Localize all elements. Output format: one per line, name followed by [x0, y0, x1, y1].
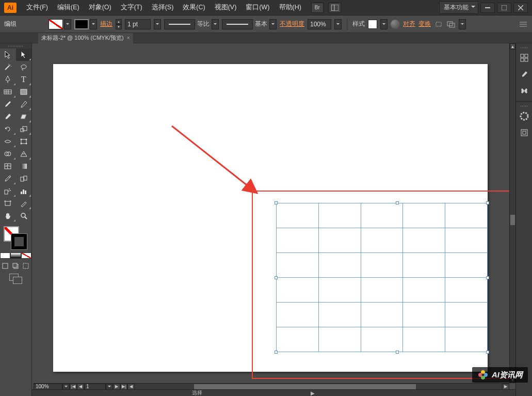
free-transform-tool[interactable] [16, 135, 32, 148]
stroke-panel-icon[interactable] [517, 125, 531, 140]
eraser-tool[interactable] [16, 110, 32, 123]
scale-tool[interactable] [16, 123, 32, 135]
brush-definition[interactable] [222, 19, 253, 29]
vertical-scroll-thumb[interactable] [510, 215, 515, 225]
vertical-scrollbar[interactable]: ▲ ▼ [509, 43, 515, 383]
isolate-icon[interactable] [434, 20, 443, 28]
horizontal-scroll-track[interactable] [135, 384, 502, 390]
draw-inside-icon[interactable] [21, 261, 31, 271]
menu-object[interactable]: 对象(O) [84, 1, 116, 14]
stroke-weight-input[interactable]: 1 pt [125, 19, 151, 29]
maximize-button[interactable] [497, 3, 511, 13]
blob-brush-tool[interactable] [0, 110, 16, 123]
zoom-tool[interactable] [16, 210, 32, 222]
scroll-up-button[interactable]: ▲ [510, 43, 515, 50]
mesh-tool[interactable] [0, 160, 16, 172]
control-bar-menu-icon[interactable] [519, 20, 528, 28]
minimize-button[interactable] [480, 3, 495, 13]
arrange-docs-icon[interactable] [329, 3, 341, 13]
bridge-icon[interactable]: Br [311, 3, 324, 13]
selection-tool[interactable] [0, 49, 16, 61]
selection-handle[interactable] [275, 201, 278, 204]
color-panel-icon[interactable] [517, 109, 531, 123]
selection-handle[interactable] [275, 276, 278, 279]
graphic-style-swatch[interactable] [368, 20, 377, 29]
variable-width-profile[interactable] [164, 19, 195, 29]
selection-handle[interactable] [486, 351, 489, 354]
fill-dropdown[interactable] [64, 19, 71, 29]
opacity-link[interactable]: 不透明度 [280, 20, 304, 28]
magic-wand-tool[interactable] [0, 61, 16, 73]
selection-handle[interactable] [396, 201, 399, 204]
prev-artboard-button[interactable]: ◀ [77, 384, 84, 390]
menu-select[interactable]: 选择(S) [147, 1, 179, 14]
stroke-swatch[interactable] [74, 19, 89, 29]
document-tab[interactable]: 未标题-2* @ 100% (CMYK/预览) × [38, 33, 133, 43]
eyedropper-tool[interactable] [0, 172, 16, 185]
stroke-dropdown[interactable] [90, 19, 97, 29]
draw-behind-icon[interactable] [10, 261, 21, 271]
rectangle-tool[interactable] [16, 86, 32, 98]
stroke-stepper[interactable]: ▲▼ [116, 19, 122, 29]
pen-tool[interactable] [0, 73, 16, 86]
selection-handle[interactable] [486, 201, 489, 204]
last-artboard-button[interactable]: ▶| [120, 384, 127, 390]
menu-view[interactable]: 视图(V) [210, 1, 241, 14]
recolor-icon[interactable] [391, 20, 400, 29]
selection-handle[interactable] [396, 351, 399, 354]
rotate-tool[interactable] [0, 123, 16, 135]
line-segment-tool[interactable] [0, 86, 16, 98]
menu-edit[interactable]: 编辑(E) [53, 1, 84, 14]
stroke-indicator[interactable] [11, 234, 27, 249]
fill-stroke-control[interactable] [0, 224, 32, 251]
canvas-viewport[interactable] [34, 43, 509, 383]
artboard-tool[interactable] [0, 197, 16, 210]
dock-grip[interactable] [516, 45, 532, 50]
type-tool[interactable]: T [16, 73, 32, 86]
first-artboard-button[interactable]: |◀ [70, 384, 77, 390]
transform-link[interactable]: 变换 [418, 20, 431, 28]
workspace-selector[interactable]: 基本功能 [439, 1, 478, 14]
menu-type[interactable]: 文字(T) [116, 1, 147, 14]
fill-swatch[interactable] [49, 19, 63, 29]
blend-tool[interactable] [16, 172, 32, 185]
solid-color-mode[interactable] [0, 251, 10, 260]
artboard-dropdown[interactable] [106, 384, 113, 390]
zoom-level-input[interactable]: 100% [34, 384, 62, 390]
dock-grip[interactable] [516, 104, 532, 108]
none-mode[interactable] [21, 251, 31, 260]
panel-grid-icon[interactable] [517, 51, 531, 65]
menu-effect[interactable]: 效果(C) [178, 1, 209, 14]
width-profile-dropdown[interactable] [212, 19, 219, 29]
scroll-right-button[interactable]: ▶ [502, 384, 509, 390]
style-dropdown[interactable] [380, 19, 388, 29]
paintbrush-tool[interactable] [0, 98, 16, 110]
pencil-tool[interactable] [16, 98, 32, 110]
menu-help[interactable]: 帮助(H) [275, 1, 306, 14]
column-graph-tool[interactable] [16, 185, 32, 197]
brushes-panel-icon[interactable] [517, 67, 531, 82]
artboard-number-input[interactable]: 1 [84, 384, 106, 390]
tab-close-icon[interactable]: × [127, 35, 130, 41]
zoom-dropdown[interactable] [62, 384, 70, 390]
perspective-grid-tool[interactable] [16, 148, 32, 160]
gradient-mode[interactable] [10, 251, 21, 260]
stroke-link[interactable]: 描边 [100, 20, 112, 28]
horizontal-scroll-thumb[interactable] [194, 384, 416, 389]
align-link[interactable]: 对齐 [403, 20, 415, 28]
clip-mask-icon[interactable] [446, 20, 456, 28]
selection-handle[interactable] [486, 276, 489, 279]
symbols-panel-icon[interactable] [517, 84, 531, 98]
close-button[interactable] [513, 3, 528, 13]
stroke-weight-dropdown[interactable] [154, 19, 161, 29]
hand-tool[interactable] [0, 210, 16, 222]
draw-normal-icon[interactable] [0, 261, 10, 271]
next-artboard-button[interactable]: ▶ [113, 384, 120, 390]
tools-grip[interactable] [0, 43, 31, 49]
selected-grid-object[interactable] [276, 203, 488, 352]
width-tool[interactable] [0, 135, 16, 148]
clip-dropdown[interactable] [459, 19, 466, 29]
opacity-input[interactable]: 100% [308, 19, 331, 29]
menu-file[interactable]: 文件(F) [22, 1, 53, 14]
lasso-tool[interactable] [16, 61, 32, 73]
